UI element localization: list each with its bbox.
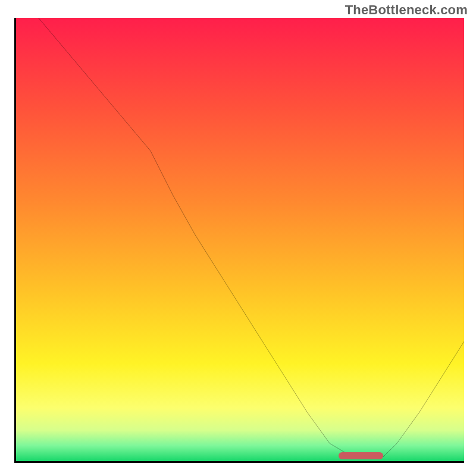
plot-area [14, 18, 464, 463]
plot-inner [16, 18, 464, 461]
watermark-text: TheBottleneck.com [345, 2, 468, 18]
bottleneck-curve [39, 18, 464, 457]
chart-container: TheBottleneck.com [0, 0, 476, 476]
optimal-range-marker [339, 452, 383, 459]
curve-layer [16, 18, 464, 461]
